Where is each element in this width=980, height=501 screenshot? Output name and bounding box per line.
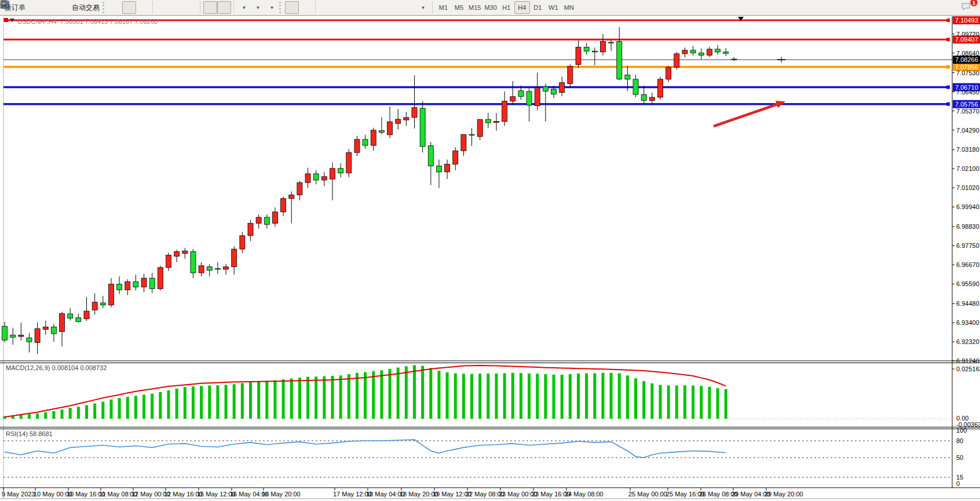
macd-histogram-bar (323, 376, 326, 419)
line-handle[interactable] (946, 65, 950, 69)
price-tick-label: 6.94480 (956, 300, 979, 307)
macd-histogram-bar (692, 386, 694, 419)
macd-indicator-label: MACD(12,26,9) 0.008104 0.008732 (6, 364, 107, 371)
candle-bull (502, 101, 507, 122)
macd-histogram-bar (233, 384, 236, 419)
candle-bear (732, 59, 737, 60)
time-axis-label: 16 May 20:00 (262, 491, 301, 498)
rsi-indicator-label: RSI(14) 58.8681 (6, 430, 53, 437)
candle-bull (658, 79, 663, 97)
macd-histogram-bar (339, 375, 342, 419)
candle-bull (354, 140, 360, 153)
candle-bull (305, 174, 310, 182)
candle-bull (158, 268, 163, 289)
macd-histogram-bar (716, 388, 719, 419)
macd-histogram-bar (683, 385, 686, 419)
candle-bull (387, 122, 393, 135)
macd-histogram-bar (331, 376, 334, 419)
price-tick-label: 6.98830 (956, 223, 979, 230)
time-axis-label: 18 May 04:00 (366, 491, 405, 498)
candle-bull (43, 327, 48, 330)
macd-histogram-bar (642, 381, 645, 419)
macd-histogram-bar (257, 381, 260, 419)
line-handle[interactable] (946, 38, 950, 41)
candle-bull (232, 249, 237, 267)
macd-histogram-bar (561, 375, 564, 419)
price-tick-label: 7.08640 (956, 50, 979, 57)
candle-bear (149, 278, 155, 288)
macd-histogram-bar (487, 374, 489, 419)
macd-histogram-bar (282, 379, 285, 419)
macd-histogram-bar (315, 376, 317, 419)
candle-bull (199, 266, 204, 273)
candle-bear (264, 217, 269, 224)
macd-histogram-bar (216, 385, 219, 419)
candle-bull (330, 169, 335, 179)
price-tick-label: 6.93400 (956, 319, 979, 326)
candle-bull (346, 152, 352, 173)
macd-histogram-bar (69, 408, 72, 419)
candle-bull (535, 87, 540, 105)
macd-histogram-bar (192, 386, 195, 419)
candle-bear (625, 75, 630, 79)
candle-bear (690, 50, 696, 53)
price-tick-label: 7.03180 (956, 146, 979, 153)
line-handle[interactable] (946, 86, 950, 89)
candle-bear (469, 134, 474, 135)
macd-histogram-bar (93, 404, 96, 419)
macd-histogram-bar (52, 411, 55, 419)
macd-histogram-bar (126, 397, 129, 419)
macd-histogram-bar (634, 378, 637, 419)
candle-bull (108, 284, 114, 305)
price-tick-label: 6.99940 (956, 203, 979, 210)
macd-histogram-bar (675, 386, 678, 419)
chart-symbol-header: USDCNH-,H4 7.08301 7.08413 7.08187 7.082… (17, 18, 158, 25)
macd-scale-label: 0.025163 (956, 365, 980, 372)
macd-histogram-bar (437, 371, 440, 419)
macd-histogram-bar (421, 366, 424, 419)
candle-bear (609, 42, 614, 43)
candle-bull (560, 83, 565, 93)
price-tick-label: 7.04290 (956, 127, 979, 134)
price-tick-label: 6.92320 (956, 338, 979, 345)
candle-bear (68, 314, 73, 318)
macd-histogram-bar (446, 372, 449, 419)
chart-canvas[interactable]: 7.104937.094077.078567.067107.057567.082… (0, 0, 980, 501)
macd-histogram-bar (601, 373, 604, 419)
line-handle[interactable] (946, 103, 950, 106)
price-tick-label: 6.91240 (956, 357, 979, 364)
candle-bear (420, 108, 425, 147)
macd-histogram-bar (511, 373, 514, 419)
candle-bull (92, 302, 97, 310)
macd-histogram-bar (667, 386, 670, 419)
candle-bear (485, 119, 491, 123)
macd-histogram-bar (225, 385, 228, 419)
macd-histogram-bar (503, 373, 506, 419)
macd-histogram-bar (618, 373, 621, 419)
rsi-scale-label: 50 (956, 454, 963, 461)
macd-histogram-bar (708, 387, 711, 419)
macd-histogram-bar (167, 390, 170, 419)
candle-bull (256, 217, 261, 223)
candle-bear (526, 92, 532, 105)
macd-histogram-bar (134, 396, 137, 419)
price-tick-label: 7.02100 (956, 165, 979, 172)
candle-bear (313, 174, 319, 180)
macd-histogram-bar (241, 383, 244, 419)
macd-histogram-bar (109, 400, 112, 419)
macd-histogram-bar (520, 373, 522, 419)
chart-background (0, 16, 980, 501)
candle-bull (224, 267, 229, 269)
candle-bull (445, 164, 450, 171)
candle-bull (297, 182, 302, 195)
macd-histogram-bar (85, 405, 88, 419)
line-handle[interactable] (946, 19, 950, 22)
macd-histogram-bar (413, 365, 416, 419)
current-price-label: 7.08266 (955, 56, 978, 63)
candle-bull (84, 311, 89, 319)
line-handle[interactable] (4, 18, 8, 22)
macd-histogram-bar (208, 386, 211, 419)
macd-histogram-bar (298, 378, 301, 419)
macd-histogram-bar (569, 374, 572, 419)
candle-bull (35, 329, 40, 343)
